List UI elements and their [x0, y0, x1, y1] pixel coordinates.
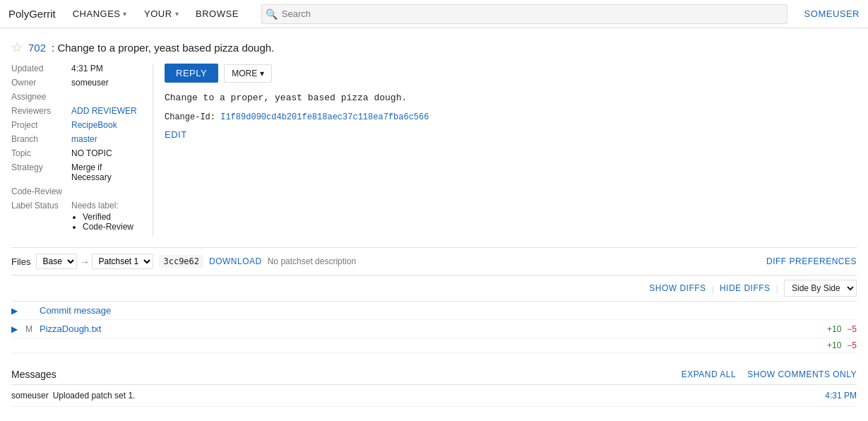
- needs-item-code-review: Code-Review: [83, 222, 133, 232]
- edit-link[interactable]: EDIT: [165, 129, 187, 140]
- messages-section: Messages EXPAND ALL SHOW COMMENTS ONLY s…: [11, 364, 857, 407]
- more-chevron-icon: ▾: [260, 69, 264, 78]
- info-branch: Branch master: [11, 134, 141, 144]
- messages-header: Messages EXPAND ALL SHOW COMMENTS ONLY: [11, 364, 857, 385]
- assignee-label: Assignee: [11, 92, 71, 102]
- view-select[interactable]: Side By Side Unified: [784, 280, 857, 297]
- reviewers-label: Reviewers: [11, 106, 71, 116]
- topic-value: NO TOPIC: [71, 148, 112, 158]
- info-updated: Updated 4:31 PM: [11, 64, 141, 73]
- hide-diffs-button[interactable]: HIDE DIFFS: [720, 283, 771, 293]
- extra-removed: −5: [847, 340, 857, 350]
- info-project: Project RecipeBook: [11, 120, 141, 130]
- file-stats-pizzadough: +10 −5: [827, 324, 857, 334]
- code-review-label: Code-Review: [11, 186, 71, 196]
- change-number[interactable]: 702: [28, 42, 46, 54]
- updated-label: Updated: [11, 64, 71, 73]
- commit-message: Change to a proper, yeast based pizza do…: [165, 91, 857, 105]
- label-status-label: Label Status: [11, 201, 71, 232]
- removed-count: −5: [847, 324, 857, 334]
- expand-pizzadough-icon[interactable]: ▶: [11, 324, 25, 334]
- add-reviewer-link[interactable]: ADD REVIEWER: [71, 106, 137, 116]
- reply-row: REPLY MORE ▾: [165, 64, 857, 83]
- files-label: Files: [11, 256, 30, 267]
- message-time-0[interactable]: 4:31 PM: [825, 391, 857, 401]
- info-owner: Owner someuser: [11, 78, 141, 88]
- more-button[interactable]: MORE ▾: [224, 64, 272, 83]
- file-name-commit-message[interactable]: Commit message: [40, 305, 111, 316]
- your-chevron-icon: ▾: [175, 10, 179, 18]
- commit-panel: REPLY MORE ▾ Change to a proper, yeast b…: [153, 64, 857, 236]
- label-status-value: Needs label: Verified Code-Review: [71, 201, 133, 232]
- nav-changes[interactable]: CHANGES ▾: [67, 0, 133, 28]
- topic-label: Topic: [11, 148, 71, 158]
- reply-button[interactable]: REPLY: [165, 64, 218, 83]
- files-header: Files Base → Patchset 1 3cc9e62 DOWNLOAD…: [11, 248, 857, 275]
- needs-items-list: Verified Code-Review: [71, 212, 133, 232]
- divider1: |: [712, 283, 714, 294]
- logo: PolyGerrit: [8, 8, 56, 20]
- extra-added: +10: [827, 340, 841, 350]
- info-code-review: Code-Review: [11, 186, 141, 196]
- show-comments-button[interactable]: SHOW COMMENTS ONLY: [747, 369, 857, 379]
- branch-label: Branch: [11, 134, 71, 144]
- messages-actions: EXPAND ALL SHOW COMMENTS ONLY: [682, 369, 857, 379]
- patchset-selector: Base → Patchset 1: [36, 254, 153, 269]
- patchset-select[interactable]: Patchset 1: [92, 254, 153, 269]
- diff-prefs-button[interactable]: DIFF PREFERENCES: [766, 256, 857, 266]
- file-name-pizzadough[interactable]: PizzaDough.txt: [40, 324, 101, 334]
- commit-hash: 3cc9e62: [159, 255, 203, 268]
- divider2: |: [776, 283, 778, 294]
- show-diffs-button[interactable]: SHOW DIFFS: [649, 283, 706, 293]
- message-text-0: Uploaded patch set 1.: [53, 391, 136, 401]
- title-row: ☆ 702 : Change to a proper, yeast based …: [11, 34, 857, 58]
- download-button[interactable]: DOWNLOAD: [209, 256, 262, 266]
- diff-actions: SHOW DIFFS | HIDE DIFFS | Side By Side U…: [11, 275, 857, 302]
- file-row-pizzadough: ▶ M PizzaDough.txt +10 −5: [11, 320, 857, 338]
- expand-commit-message-icon[interactable]: ▶: [11, 306, 25, 316]
- info-panel: Updated 4:31 PM Owner someuser Assignee …: [11, 64, 153, 236]
- changes-chevron-icon: ▾: [123, 10, 127, 18]
- messages-label: Messages: [11, 369, 57, 380]
- strategy-label: Strategy: [11, 162, 71, 182]
- info-label-status: Label Status Needs label: Verified Code-…: [11, 201, 141, 232]
- no-desc-text: No patchset description: [268, 256, 356, 266]
- project-value: RecipeBook: [71, 120, 117, 130]
- message-row-0: someuser Uploaded patch set 1. 4:31 PM: [11, 385, 857, 407]
- nav-browse[interactable]: BROWSE: [190, 0, 244, 28]
- needs-label-text: Needs label:: [71, 201, 119, 210]
- change-id-value[interactable]: I1f89d090cd4b201fe818aec37c118ea7fba6c56…: [220, 112, 429, 122]
- search-icon: 🔍: [266, 8, 278, 20]
- search-input[interactable]: [261, 4, 787, 24]
- content-area: Updated 4:31 PM Owner someuser Assignee …: [11, 64, 857, 236]
- header: PolyGerrit CHANGES ▾ YOUR ▾ BROWSE 🔍 SOM…: [0, 0, 868, 28]
- info-reviewers: Reviewers ADD REVIEWER: [11, 106, 141, 116]
- info-assignee: Assignee: [11, 92, 141, 102]
- owner-value: someuser: [71, 78, 109, 88]
- added-count: +10: [827, 324, 841, 334]
- file-type-pizzadough: M: [25, 324, 40, 334]
- project-label: Project: [11, 120, 71, 130]
- info-topic: Topic NO TOPIC: [11, 148, 141, 158]
- change-title: : Change to a proper, yeast based pizza …: [52, 42, 274, 54]
- expand-all-button[interactable]: EXPAND ALL: [682, 369, 736, 379]
- base-select[interactable]: Base: [36, 254, 77, 269]
- file-row-commit-message: ▶ Commit message: [11, 302, 857, 320]
- needs-item-verified: Verified: [83, 212, 133, 222]
- owner-label: Owner: [11, 78, 71, 88]
- change-id-label: Change-Id:: [165, 112, 215, 122]
- files-section: Files Base → Patchset 1 3cc9e62 DOWNLOAD…: [11, 247, 857, 353]
- page: ☆ 702 : Change to a proper, yeast based …: [0, 28, 868, 413]
- info-strategy: Strategy Merge if Necessary: [11, 162, 141, 182]
- message-user-0: someuser: [11, 391, 49, 401]
- change-id-row: Change-Id: I1f89d090cd4b201fe818aec37c11…: [165, 112, 857, 122]
- stats-row-extra: +10 −5: [11, 338, 857, 353]
- branch-value: master: [71, 134, 97, 144]
- patchset-arrow-icon: →: [80, 256, 89, 267]
- nav-your[interactable]: YOUR ▾: [138, 0, 184, 28]
- strategy-value: Merge if Necessary: [71, 162, 141, 182]
- updated-value: 4:31 PM: [71, 64, 103, 73]
- user-menu[interactable]: SOMEUSER: [804, 8, 860, 19]
- search-bar: 🔍: [261, 4, 787, 24]
- star-icon[interactable]: ☆: [11, 40, 23, 55]
